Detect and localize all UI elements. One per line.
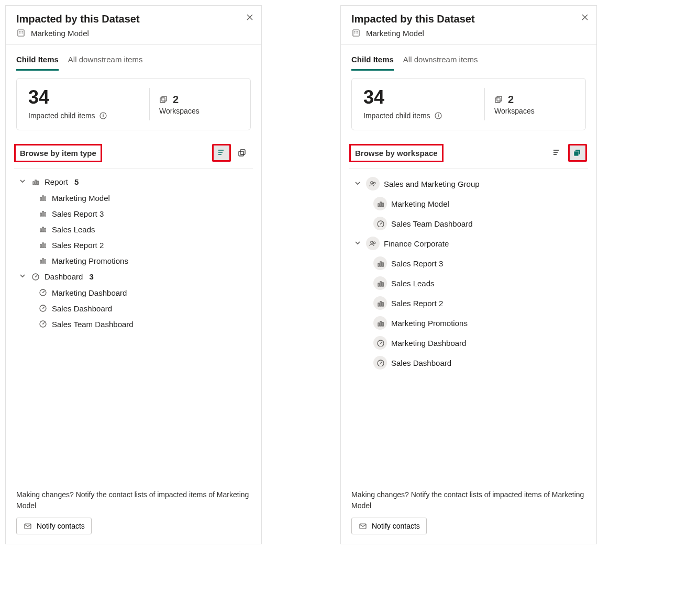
dashboard-icon — [373, 356, 387, 369]
people-icon — [366, 177, 380, 191]
notify-label: Notify contacts — [37, 522, 85, 530]
list-item[interactable]: Marketing Dashboard — [353, 333, 588, 353]
dataset-name: Marketing Model — [31, 29, 89, 38]
list-item[interactable]: Sales Dashboard — [18, 300, 253, 316]
dashboard-icon — [38, 319, 48, 329]
impacted-count: 34 — [363, 88, 475, 107]
chevron-down-icon — [18, 177, 27, 187]
dataset-icon — [16, 28, 26, 38]
list-item[interactable]: Sales Team Dashboard — [353, 214, 588, 233]
list-item[interactable]: Sales Leads — [353, 273, 588, 293]
item-label: Marketing Dashboard — [52, 288, 127, 297]
workspace-name: Finance Corporate — [384, 239, 449, 248]
tab-child-items[interactable]: Child Items — [351, 55, 394, 71]
impact-panel-by-workspace: Impacted by this Dataset Marketing Model… — [340, 5, 597, 544]
dataset-icon — [351, 28, 361, 38]
close-button[interactable] — [246, 13, 254, 23]
view-by-workspace-button[interactable] — [233, 144, 252, 162]
dashboard-icon — [31, 272, 40, 282]
item-label: Marketing Model — [52, 194, 110, 203]
impact-panel-by-type: Impacted by this Dataset Marketing Model… — [5, 5, 262, 544]
report-icon — [38, 256, 48, 265]
report-icon — [31, 177, 40, 187]
summary-card: 34 Impacted child items 2 Workspaces — [351, 78, 586, 130]
people-icon — [366, 237, 380, 250]
impacted-count-label: Impacted child items — [28, 111, 95, 120]
summary-card: 34 Impacted child items 2 Workspaces — [16, 78, 251, 130]
panel-header: Impacted by this Dataset Marketing Model — [341, 6, 596, 44]
notify-contacts-button[interactable]: Notify contacts — [16, 518, 92, 534]
info-icon[interactable] — [434, 111, 443, 120]
item-label: Marketing Promotions — [52, 256, 128, 265]
item-label: Marketing Dashboard — [391, 339, 466, 348]
workspaces-icon — [494, 95, 504, 104]
impacted-count: 34 — [28, 88, 140, 107]
list-item[interactable]: Marketing Dashboard — [18, 285, 253, 300]
dashboard-icon — [38, 288, 48, 297]
list-item[interactable]: Marketing Promotions — [353, 313, 588, 333]
list-item[interactable]: Marketing Model — [353, 194, 588, 214]
browse-mode-title: Browse by item type — [14, 144, 102, 162]
list-item[interactable]: Marketing Model — [18, 190, 253, 206]
workspaces-icon — [159, 95, 169, 104]
tab-child-items[interactable]: Child Items — [16, 55, 59, 71]
group-label: Dashboard — [45, 272, 83, 281]
report-icon — [373, 276, 387, 290]
list-item[interactable]: Sales Dashboard — [353, 353, 588, 373]
panel-title: Impacted by this Dataset — [351, 13, 586, 25]
report-icon — [373, 197, 387, 210]
report-icon — [373, 296, 387, 310]
list-item[interactable]: Sales Report 3 — [18, 206, 253, 221]
item-label: Sales Leads — [391, 279, 435, 288]
item-label: Marketing Model — [391, 199, 449, 208]
tabs: Child Items All downstream items — [341, 44, 596, 71]
tab-all-downstream[interactable]: All downstream items — [403, 55, 478, 71]
report-icon — [38, 193, 48, 203]
report-icon — [373, 256, 387, 270]
panel-footer: Making changes? Notify the contact lists… — [341, 482, 596, 544]
workspace-group[interactable]: Finance Corporate — [353, 233, 588, 253]
close-button[interactable] — [581, 13, 589, 23]
chevron-down-icon — [18, 272, 27, 282]
dashboard-icon — [373, 217, 387, 230]
chevron-down-icon — [353, 179, 362, 189]
report-icon — [38, 225, 48, 234]
dashboard-icon — [373, 336, 387, 350]
notify-label: Notify contacts — [372, 522, 420, 530]
impacted-count-label: Impacted child items — [363, 111, 430, 120]
notify-contacts-button[interactable]: Notify contacts — [351, 518, 427, 534]
list-item[interactable]: Marketing Promotions — [18, 253, 253, 268]
item-label: Sales Team Dashboard — [52, 320, 134, 329]
report-icon — [373, 316, 387, 330]
item-label: Marketing Promotions — [391, 319, 468, 328]
group-dashboard[interactable]: Dashboard 3 — [18, 268, 253, 285]
report-icon — [38, 240, 48, 250]
panel-footer: Making changes? Notify the contact lists… — [6, 482, 261, 544]
workspace-group[interactable]: Sales and Marketing Group — [353, 174, 588, 194]
tree-by-workspace: Sales and Marketing Group Marketing Mode… — [341, 169, 596, 482]
dataset-name: Marketing Model — [366, 29, 424, 38]
view-by-workspace-button[interactable] — [568, 144, 587, 162]
info-icon[interactable] — [98, 111, 108, 120]
list-item[interactable]: Sales Leads — [18, 221, 253, 237]
divider — [484, 88, 485, 120]
item-label: Sales Report 2 — [391, 299, 443, 308]
mail-icon — [358, 521, 368, 531]
list-item[interactable]: Sales Report 3 — [353, 253, 588, 273]
list-item[interactable]: Sales Report 2 — [18, 237, 253, 253]
view-by-type-button[interactable] — [212, 144, 231, 162]
report-icon — [38, 209, 48, 218]
divider — [149, 88, 150, 120]
item-label: Sales Dashboard — [52, 304, 112, 313]
item-label: Sales Report 3 — [52, 209, 104, 218]
panel-title: Impacted by this Dataset — [16, 13, 251, 25]
browse-mode-title: Browse by workspace — [349, 144, 444, 162]
list-item[interactable]: Sales Report 2 — [353, 293, 588, 313]
view-by-type-button[interactable] — [547, 144, 566, 162]
item-label: Sales Team Dashboard — [391, 219, 473, 228]
group-report[interactable]: Report 5 — [18, 174, 253, 190]
tab-all-downstream[interactable]: All downstream items — [68, 55, 143, 71]
chevron-down-icon — [353, 239, 362, 249]
workspace-count: 2 — [508, 94, 514, 106]
list-item[interactable]: Sales Team Dashboard — [18, 316, 253, 332]
